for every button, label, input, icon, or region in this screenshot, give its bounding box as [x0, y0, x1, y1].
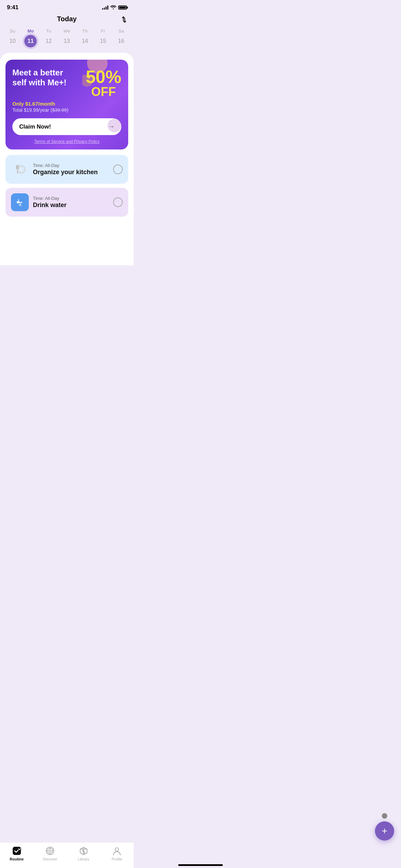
calendar-day-we[interactable]: We 13 [59, 28, 74, 47]
promo-discount-off: OFF [91, 86, 116, 98]
main-content: Meet a better self with Me+! 50% OFF Onl… [0, 53, 134, 265]
calendar-day-sa[interactable]: Sa 16 [113, 28, 129, 47]
kitchen-icon [11, 160, 29, 178]
status-time: 9:41 [7, 4, 19, 11]
wifi-icon [110, 5, 116, 10]
task-time-kitchen: Time: All-Day [33, 163, 109, 168]
battery-icon [118, 5, 127, 10]
task-time-water: Time: All-Day [33, 196, 109, 201]
task-info-kitchen: Time: All-Day Organize your kitchen [33, 163, 109, 176]
promo-discount-container: 50% OFF [86, 68, 121, 98]
task-card-kitchen[interactable]: Time: All-Day Organize your kitchen [5, 155, 128, 184]
water-icon [11, 193, 29, 211]
claim-button[interactable]: Claim Now! → [12, 118, 121, 135]
calendar-day-fr[interactable]: Fr 15 [96, 28, 111, 47]
calendar-day-mo[interactable]: Mo 11 [23, 28, 38, 47]
status-icons [102, 5, 127, 10]
page-title: Today [57, 15, 76, 23]
svg-rect-11 [20, 202, 22, 203]
task-name-kitchen: Organize your kitchen [33, 169, 109, 176]
calendar-day-th[interactable]: Th 14 [77, 28, 93, 47]
promo-top-row: Meet a better self with Me+! 50% OFF [12, 68, 121, 98]
promo-price-yearly: Total $19.99/year ($39.99) [12, 107, 121, 113]
promo-headline: Meet a better self with Me+! [12, 68, 74, 88]
svg-point-12 [20, 205, 22, 206]
claim-arrow-icon: → [108, 123, 114, 130]
status-bar: 9:41 [0, 0, 134, 12]
calendar-day-tu[interactable]: Tu 12 [41, 28, 56, 47]
task-checkbox-water[interactable] [113, 197, 123, 207]
signal-icon [102, 5, 108, 10]
calendar-day-su[interactable]: Su 10 [5, 28, 20, 47]
task-name-water: Drink water [33, 202, 109, 209]
claim-button-label: Claim Now! [19, 123, 51, 130]
task-checkbox-kitchen[interactable] [113, 165, 123, 174]
promo-price-monthly: Only $1.67/month [12, 101, 121, 107]
promo-card: Meet a better self with Me+! 50% OFF Onl… [5, 60, 128, 149]
svg-point-3 [12, 161, 28, 177]
promo-headline-container: Meet a better self with Me+! [12, 68, 74, 88]
calendar-week: Su 10 Mo 11 Tu 12 We 13 Th 14 Fr 15 Sa 1… [0, 26, 134, 53]
promo-discount-percent: 50% [86, 68, 121, 86]
task-info-water: Time: All-Day Drink water [33, 196, 109, 209]
promo-terms-link[interactable]: Terms of Service and Privacy Policy [12, 139, 121, 144]
sort-icon[interactable] [120, 16, 127, 23]
header: Today [0, 12, 134, 26]
task-card-water[interactable]: Time: All-Day Drink water [5, 188, 128, 217]
